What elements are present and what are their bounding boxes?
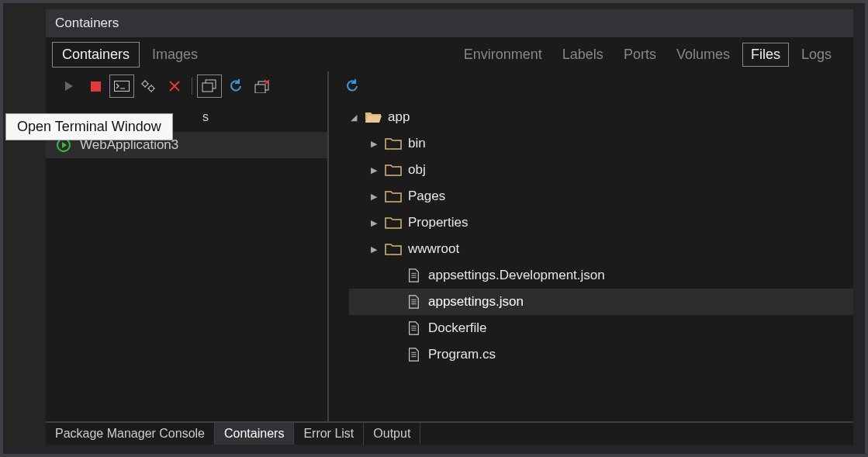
svg-point-4 (149, 86, 154, 91)
tab-files[interactable]: Files (742, 43, 789, 67)
tab-ports[interactable]: Ports (616, 43, 664, 66)
tree-folder[interactable]: ▶Properties (349, 209, 853, 236)
btab-output[interactable]: Output (364, 423, 420, 445)
panel-title-text: Containers (55, 16, 119, 31)
tab-images[interactable]: Images (143, 43, 207, 67)
tree-folder[interactable]: ▶obj (349, 157, 853, 183)
tree-label: appsettings.Development.json (428, 268, 605, 283)
tree-label: Pages (408, 189, 445, 204)
tab-containers[interactable]: Containers (52, 42, 140, 68)
tab-environment[interactable]: Environment (456, 43, 550, 66)
tab-logs[interactable]: Logs (794, 43, 839, 66)
tooltip: Open Terminal Window (5, 113, 173, 140)
expand-arrow-icon: ◢ (349, 113, 358, 123)
expand-arrow-icon: ▶ (369, 218, 379, 228)
svg-rect-1 (115, 81, 130, 92)
tree-file[interactable]: Program.cs (349, 341, 853, 368)
expand-arrow-icon: ▶ (369, 165, 379, 175)
container-toolbar (46, 71, 327, 101)
files-toolbar (329, 71, 853, 101)
tree-root[interactable]: ◢app (349, 104, 853, 130)
prune-button[interactable] (250, 74, 275, 98)
tree-folder[interactable]: ▶wwwroot (349, 236, 853, 262)
file-tree[interactable]: ◢app▶bin▶obj▶Pages▶Properties▶wwwrootapp… (329, 101, 853, 445)
right-pane: ◢app▶bin▶obj▶Pages▶Properties▶wwwrootapp… (329, 71, 853, 445)
btab-containers[interactable]: Containers (215, 423, 294, 445)
bottom-tabstrip: Package Manager Console Containers Error… (46, 421, 853, 445)
tree-file[interactable]: appsettings.Development.json (349, 262, 853, 289)
tree-label: Dockerfile (428, 320, 487, 336)
expand-arrow-icon: ▶ (369, 139, 379, 149)
tree-label: Program.cs (428, 347, 496, 362)
show-all-button[interactable] (197, 74, 222, 98)
panel-title: Containers (46, 9, 853, 37)
tab-volumes[interactable]: Volumes (669, 43, 738, 66)
containers-panel: Containers Containers Images Environment… (46, 9, 853, 445)
toolbar-divider (192, 78, 192, 95)
svg-point-3 (143, 81, 147, 86)
tab-labels[interactable]: Labels (555, 43, 611, 66)
tree-label: wwwroot (408, 241, 459, 257)
svg-rect-16 (255, 85, 265, 93)
svg-rect-14 (202, 83, 213, 92)
expand-arrow-icon: ▶ (369, 192, 379, 202)
open-terminal-button[interactable] (109, 74, 134, 98)
expand-arrow-icon: ▶ (369, 244, 379, 254)
btab-package-manager[interactable]: Package Manager Console (46, 423, 215, 445)
btab-error-list[interactable]: Error List (294, 423, 364, 445)
tree-file[interactable]: appsettings.json (349, 289, 853, 315)
tree-label: Properties (408, 215, 468, 230)
left-tabs: Containers Images (52, 42, 207, 68)
start-button[interactable] (57, 74, 81, 98)
tree-folder[interactable]: ▶Pages (349, 183, 853, 209)
sub-header: Containers Images Environment Labels Por… (46, 37, 853, 71)
tree-folder[interactable]: ▶bin (349, 130, 853, 157)
tree-label: appsettings.json (428, 294, 524, 310)
container-list: s WebApplication3 (46, 101, 327, 445)
svg-rect-0 (91, 81, 101, 92)
refresh-files-button[interactable] (340, 74, 365, 98)
tree-label: bin (408, 136, 426, 151)
tree-file[interactable]: Dockerfile (349, 315, 853, 341)
refresh-containers-button[interactable] (223, 74, 248, 98)
tree-label: app (388, 109, 410, 125)
stop-button[interactable] (83, 74, 108, 98)
remove-button[interactable] (162, 74, 187, 98)
tree-label: obj (408, 162, 426, 178)
detail-tabs: Environment Labels Ports Volumes Files L… (456, 43, 847, 67)
settings-button[interactable] (136, 74, 161, 98)
